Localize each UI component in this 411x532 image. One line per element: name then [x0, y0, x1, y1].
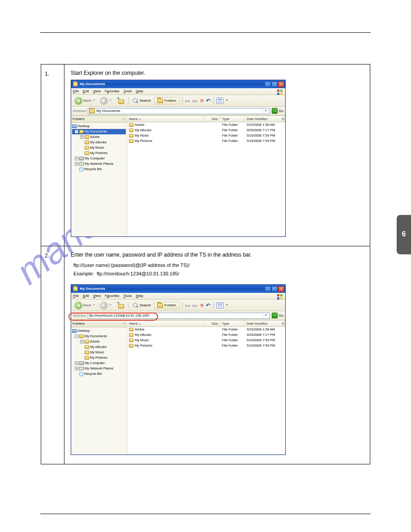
tree-item-network[interactable]: +My Network Places: [72, 366, 126, 371]
chevron-down-icon[interactable]: ▼: [262, 313, 269, 318]
folder-icon: [73, 287, 78, 291]
col-name[interactable]: Name▲: [127, 116, 205, 122]
menu-file[interactable]: File: [73, 293, 79, 299]
list-item[interactable]: My PicturesFile Folder5/10/2006 7:59 PM: [127, 138, 285, 144]
menu-file[interactable]: File: [73, 89, 79, 94]
up-button[interactable]: ↰: [115, 97, 125, 104]
copy-to-icon[interactable]: ▸▸: [193, 98, 198, 103]
menu-tools[interactable]: Tools: [124, 89, 132, 94]
folder-icon: [129, 339, 133, 342]
expand-icon[interactable]: +: [75, 367, 78, 370]
go-button[interactable]: → Go: [272, 108, 283, 114]
tree-item-ebooks[interactable]: My eBooks: [72, 344, 126, 350]
list-pane: D Name▲ Size Type Date Modified AdobeFil…: [127, 116, 285, 236]
move-to-icon[interactable]: ▸▸: [185, 303, 191, 308]
col-type[interactable]: Type: [220, 321, 245, 326]
back-button[interactable]: ◄ Back ▼: [73, 96, 97, 105]
copy-to-icon[interactable]: ▸▸: [193, 303, 198, 308]
separator: [213, 97, 214, 105]
col-type[interactable]: Type: [220, 116, 245, 122]
menu-help[interactable]: Help: [136, 89, 143, 94]
col-date[interactable]: Date Modified: [245, 116, 285, 122]
menu-help[interactable]: Help: [136, 293, 143, 299]
views-icon[interactable]: [216, 98, 223, 104]
undo-icon[interactable]: ↶: [206, 98, 210, 103]
move-to-icon[interactable]: ▸▸: [185, 98, 191, 103]
list-item[interactable]: AdobeFile Folder5/23/2006 1:58 AM: [127, 122, 285, 128]
maximize-button[interactable]: □: [271, 82, 278, 87]
folders-button[interactable]: Folders: [154, 97, 180, 104]
close-icon[interactable]: ×: [123, 116, 125, 122]
tree-item-desktop[interactable]: Desktop: [72, 328, 126, 334]
menu-favorites[interactable]: Favorites: [105, 89, 120, 94]
forward-button[interactable]: ► ▼: [98, 96, 113, 105]
close-button[interactable]: ×: [278, 82, 284, 87]
close-button[interactable]: ×: [278, 286, 284, 292]
tree-item-music[interactable]: My Music: [72, 145, 126, 150]
tree-item-computer[interactable]: +My Computer: [72, 360, 126, 366]
tree-item-pictures[interactable]: My Pictures: [72, 150, 126, 156]
menubar: File Edit View Favorites Tools Help: [71, 293, 285, 300]
expand-icon[interactable]: +: [80, 135, 84, 139]
expand-icon[interactable]: +: [80, 340, 84, 343]
go-button[interactable]: → Go: [272, 313, 283, 318]
col-date[interactable]: Date Modified: [245, 321, 285, 326]
expand-icon[interactable]: +: [75, 157, 78, 160]
tree-item-music[interactable]: My Music: [72, 350, 126, 355]
col-size[interactable]: Size: [205, 116, 220, 122]
address-input[interactable]: My Documents ▼: [88, 108, 270, 114]
delete-icon[interactable]: ✕: [200, 98, 204, 103]
forward-button[interactable]: ► ▼: [98, 301, 113, 310]
col-name[interactable]: Name▲: [127, 321, 205, 326]
tree-item-pictures[interactable]: My Pictures: [72, 355, 126, 360]
menu-tools[interactable]: Tools: [124, 293, 132, 299]
tree-item-adobe[interactable]: +Adobe: [72, 134, 126, 140]
tree-item-mydocs[interactable]: −My Documents: [72, 334, 126, 339]
go-label: Go: [278, 108, 283, 114]
views-icon[interactable]: [216, 302, 223, 309]
list-item[interactable]: AdobeFile Folder5/23/2006 1:58 AM: [127, 327, 285, 332]
search-button[interactable]: Search: [131, 97, 152, 104]
folders-button[interactable]: Folders: [154, 302, 180, 309]
expand-icon[interactable]: +: [75, 162, 78, 166]
back-button[interactable]: ◄ Back ▼: [73, 301, 97, 310]
tree-item-recycle[interactable]: Recycle Bin: [72, 371, 126, 377]
minimize-button[interactable]: –: [265, 82, 271, 87]
tree-item-ebooks[interactable]: My eBooks: [72, 140, 126, 145]
tree-item-computer[interactable]: +My Computer: [72, 156, 126, 161]
list-item[interactable]: My MusicFile Folder5/10/2006 7:59 PM: [127, 338, 285, 343]
address-input[interactable]: ftp://monitouch:1234@10.91.130.185/ ▼: [88, 313, 270, 319]
step-caption: Start Explorer on the computer.: [71, 69, 364, 77]
tree-item-recycle[interactable]: Recycle Bin: [72, 167, 126, 172]
menu-view[interactable]: View: [93, 293, 101, 299]
list-item[interactable]: My PicturesFile Folder5/10/2006 7:59 PM: [127, 343, 285, 348]
titlebar[interactable]: My Documents – □ ×: [71, 285, 285, 293]
menu-edit[interactable]: Edit: [83, 89, 89, 94]
undo-icon[interactable]: ↶: [206, 303, 210, 308]
list-item[interactable]: My eBooksFile Folder9/20/2006 7:17 PM: [127, 128, 285, 133]
close-icon[interactable]: ×: [123, 321, 125, 326]
tree-item-mydocs[interactable]: −My Documents: [72, 129, 126, 134]
folder-icon: [85, 345, 89, 349]
titlebar[interactable]: My Documents – □ ×: [71, 80, 285, 88]
col-size[interactable]: Size: [205, 321, 220, 326]
tree-item-desktop[interactable]: Desktop: [72, 124, 126, 129]
expand-icon[interactable]: +: [75, 361, 78, 365]
up-button[interactable]: ↰: [115, 301, 125, 309]
folder-tree: Desktop −My Documents +Adobe My eBooks M…: [71, 123, 127, 173]
tree-item-adobe[interactable]: +Adobe: [72, 339, 126, 344]
delete-icon[interactable]: ✕: [200, 303, 204, 308]
menu-edit[interactable]: Edit: [83, 293, 89, 299]
collapse-icon[interactable]: −: [75, 130, 78, 133]
list-item[interactable]: My eBooksFile Folder9/20/2006 7:17 PM: [127, 332, 285, 338]
search-button[interactable]: Search: [131, 302, 152, 309]
tree-item-network[interactable]: +My Network Places: [72, 161, 126, 167]
minimize-button[interactable]: –: [265, 286, 271, 292]
step-row-1: 1. Start Explorer on the computer. My Do…: [41, 64, 370, 246]
maximize-button[interactable]: □: [271, 286, 278, 292]
list-item[interactable]: My MusicFile Folder5/10/2006 7:59 PM: [127, 133, 285, 138]
menu-view[interactable]: View: [93, 89, 101, 94]
chevron-down-icon[interactable]: ▼: [262, 108, 269, 113]
collapse-icon[interactable]: −: [75, 335, 78, 338]
menu-favorites[interactable]: Favorites: [105, 293, 120, 299]
